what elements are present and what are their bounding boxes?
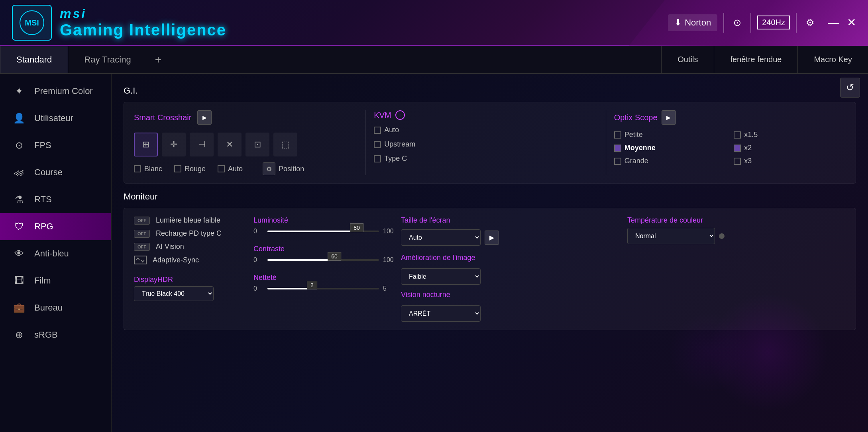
radio-petite[interactable] bbox=[614, 131, 621, 139]
sidebar-label-premium-color: Premium Color bbox=[34, 86, 93, 96]
sidebar-item-course[interactable]: 🏎 Course bbox=[0, 159, 111, 186]
adaptive-sync-icon bbox=[134, 256, 147, 264]
refresh-button[interactable]: ↺ bbox=[840, 78, 860, 98]
sidebar-item-fps[interactable]: ⊙ FPS bbox=[0, 132, 111, 159]
radio-x1-5[interactable] bbox=[734, 131, 741, 139]
nettete-slider-row: 0 2 5 bbox=[253, 285, 393, 292]
contraste-track[interactable]: 60 bbox=[267, 259, 379, 261]
position-gear-icon[interactable]: ⚙ bbox=[263, 162, 275, 175]
tab-macro-key[interactable]: Macro Key bbox=[797, 46, 868, 73]
nettete-track[interactable]: 2 bbox=[267, 288, 379, 289]
radio-grande[interactable] bbox=[614, 158, 621, 165]
screen-settings-col: Taille de l'écran Auto ▶ Amélioration de… bbox=[401, 216, 619, 322]
gear-icon-button[interactable]: ⚙ bbox=[803, 14, 818, 31]
toggle-ai-state[interactable]: OFF bbox=[134, 243, 150, 251]
amelioration-select[interactable]: Faible bbox=[401, 268, 481, 285]
close-button[interactable]: ✕ bbox=[847, 16, 856, 29]
radio-kvm-upstream[interactable] bbox=[374, 141, 381, 148]
crosshair-icon-1[interactable]: ✛ bbox=[162, 133, 186, 156]
temperature-dot-button[interactable] bbox=[719, 233, 725, 239]
tab-fenetre-fendue[interactable]: fenêtre fendue bbox=[714, 46, 797, 73]
separator-2 bbox=[750, 13, 751, 33]
color-blanc[interactable]: Blanc bbox=[134, 165, 162, 173]
tab-standard[interactable]: Standard bbox=[0, 46, 68, 73]
settings-circle-button[interactable]: ⊙ bbox=[730, 14, 744, 31]
displayhdr-select-row: True Black 400 bbox=[134, 286, 245, 301]
crosshair-icon-5[interactable]: ⬚ bbox=[273, 133, 297, 156]
sidebar-item-bureau[interactable]: 💼 Bureau bbox=[0, 294, 111, 321]
tab-add-button[interactable]: + bbox=[147, 46, 169, 73]
tab-bar: Standard Ray Tracing + Outils fenêtre fe… bbox=[0, 46, 868, 74]
optix-x3-label: x3 bbox=[744, 157, 752, 165]
radio-moyenne[interactable] bbox=[614, 145, 621, 152]
optix-x1-5[interactable]: x1.5 bbox=[734, 131, 838, 139]
hz-display: 240Hz bbox=[757, 16, 790, 29]
optix-x3[interactable]: x3 bbox=[734, 157, 838, 165]
optix-grande[interactable]: Grande bbox=[614, 157, 718, 165]
color-blanc-label: Blanc bbox=[144, 165, 162, 173]
tab-outils[interactable]: Outils bbox=[661, 46, 714, 73]
position-label: Position bbox=[279, 165, 304, 173]
optix-x2[interactable]: x2 bbox=[734, 144, 838, 152]
radio-kvm-auto[interactable] bbox=[374, 127, 381, 134]
premium-color-icon: ✦ bbox=[12, 84, 26, 98]
radio-auto[interactable] bbox=[218, 165, 225, 172]
tab-ray-tracing[interactable]: Ray Tracing bbox=[68, 46, 147, 73]
crosshair-icon-4[interactable]: ⊡ bbox=[245, 133, 269, 156]
radio-x2[interactable] bbox=[734, 145, 741, 152]
sidebar-item-srgb[interactable]: ⊕ sRGB bbox=[0, 321, 111, 348]
nettete-fill: 2 bbox=[267, 288, 312, 289]
crosshair-icon-2[interactable]: ⊣ bbox=[190, 133, 214, 156]
temperature-couleur-label: Température de couleur bbox=[627, 216, 846, 225]
minimize-button[interactable]: — bbox=[828, 16, 839, 29]
crosshair-icon-3[interactable]: ✕ bbox=[218, 133, 242, 156]
rpg-icon: 🛡 bbox=[12, 219, 26, 234]
sidebar-item-film[interactable]: 🎞 Film bbox=[0, 267, 111, 294]
sidebar-label-utilisateur: Utilisateur bbox=[34, 113, 73, 123]
content-area: ↺ G.I. Smart Crosshair ▶ ⊞ ✛ ⊣ ✕ ⊡ bbox=[112, 74, 868, 432]
logo-text: msi Gaming Intelligence bbox=[60, 6, 226, 39]
luminosite-track[interactable]: 80 bbox=[267, 231, 379, 232]
temperature-couleur-select[interactable]: Normal bbox=[627, 228, 715, 244]
kvm-auto[interactable]: Auto bbox=[374, 126, 597, 134]
toggle-recharge-state[interactable]: OFF bbox=[134, 230, 150, 238]
contraste-group: Contraste 0 60 100 bbox=[253, 245, 393, 264]
color-rouge[interactable]: Rouge bbox=[174, 165, 206, 173]
sidebar-item-premium-color[interactable]: ✦ Premium Color bbox=[0, 78, 111, 105]
color-auto[interactable]: Auto bbox=[218, 165, 243, 173]
displayhdr-label: DisplayHDR bbox=[134, 276, 245, 284]
contraste-value: 60 bbox=[328, 252, 341, 261]
kvm-upstream[interactable]: Upstream bbox=[374, 140, 597, 149]
screen-size-section: Taille de l'écran Auto ▶ bbox=[401, 216, 619, 246]
taille-ecran-select[interactable]: Auto bbox=[401, 229, 481, 246]
crosshair-play-button[interactable]: ▶ bbox=[197, 110, 212, 125]
vision-nocturne-select[interactable]: ARRÊT bbox=[401, 305, 481, 322]
gi-columns: Smart Crosshair ▶ ⊞ ✛ ⊣ ✕ ⊡ ⬚ bbox=[134, 110, 846, 175]
sidebar-item-rts[interactable]: ⚗ RTS bbox=[0, 186, 111, 213]
nettete-label: Netteté bbox=[253, 274, 393, 282]
nettete-value: 2 bbox=[307, 281, 317, 289]
kvm-upstream-label: Upstream bbox=[384, 140, 415, 149]
optix-petite[interactable]: Petite bbox=[614, 131, 718, 139]
radio-kvm-typec[interactable] bbox=[374, 155, 381, 162]
optix-play-button[interactable]: ▶ bbox=[662, 110, 676, 125]
radio-rouge[interactable] bbox=[174, 165, 181, 172]
norton-label: Norton bbox=[685, 18, 711, 28]
sidebar-item-rpg[interactable]: 🛡 RPG bbox=[0, 213, 111, 240]
radio-blanc[interactable] bbox=[134, 165, 141, 172]
sidebar-item-utilisateur[interactable]: 👤 Utilisateur bbox=[0, 105, 111, 132]
toggle-lumiere-state[interactable]: OFF bbox=[134, 217, 150, 225]
radio-x3[interactable] bbox=[734, 158, 741, 165]
crosshair-icon-0[interactable]: ⊞ bbox=[134, 133, 158, 156]
srgb-icon: ⊕ bbox=[12, 328, 26, 342]
luminosite-slider-row: 0 80 100 bbox=[253, 228, 393, 235]
taille-ecran-play-button[interactable]: ▶ bbox=[485, 231, 499, 245]
displayhdr-select[interactable]: True Black 400 bbox=[134, 286, 214, 301]
optix-moyenne[interactable]: Moyenne bbox=[614, 144, 718, 152]
kvm-typec[interactable]: Type C bbox=[374, 154, 597, 163]
toggle-ai-vision: OFF AI Vision bbox=[134, 242, 245, 251]
fps-icon: ⊙ bbox=[12, 138, 26, 152]
kvm-info-icon[interactable]: i bbox=[395, 110, 405, 120]
norton-button[interactable]: ⬇ Norton bbox=[668, 14, 717, 31]
sidebar-item-anti-bleu[interactable]: 👁 Anti-bleu bbox=[0, 240, 111, 267]
